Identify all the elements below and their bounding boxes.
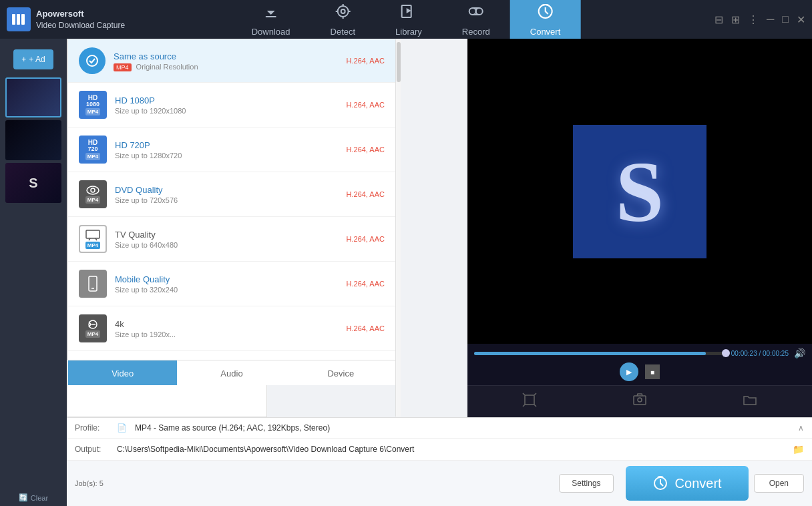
svg-point-13	[476, 8, 483, 15]
format-dropdown-container: ▶ MP4 › MKV MKV AVI AVI	[67, 39, 467, 417]
bottom-controls: Profile: 📄 MP4 - Same as source (H.264; …	[67, 417, 812, 506]
video-preview: S 00:00:23 / 00:00:25 🔊	[467, 39, 812, 417]
svg-line-28	[534, 405, 536, 407]
settings-button[interactable]: Settings	[559, 474, 613, 493]
window-controls: ⊟ ⊞ ⋮ ─ □ ✕	[715, 13, 805, 26]
action-buttons: Settings Convert	[559, 466, 748, 501]
grid-icon[interactable]: ⊞	[731, 13, 740, 26]
convert-button[interactable]: Convert	[626, 466, 749, 501]
record-icon	[467, 3, 485, 24]
stop-button[interactable]: ■	[645, 364, 660, 379]
add-button[interactable]: + + Ad	[13, 49, 53, 69]
titlebar: Apowersoft Video Download Capture Downlo…	[0, 0, 812, 39]
minimize-button[interactable]: ─	[767, 13, 774, 25]
svg-point-4	[337, 6, 348, 17]
svg-rect-24	[525, 395, 534, 405]
tab-record[interactable]: Record	[442, 0, 510, 39]
video-progress-knob	[722, 349, 730, 357]
thumbnail-item[interactable]	[5, 77, 61, 117]
output-folder-button[interactable]: 📁	[793, 444, 804, 455]
clear-button[interactable]: 🔄 Clear	[13, 489, 53, 506]
same-badge	[79, 47, 106, 74]
video-progress-row: 00:00:23 / 00:00:25 🔊	[474, 348, 805, 358]
tv-badge: MP4	[79, 225, 107, 253]
more-icon[interactable]: ⋮	[748, 13, 759, 26]
open-button[interactable]: Open	[754, 474, 804, 493]
content-wrapper: + + Ad S 🔄 Clear	[0, 39, 812, 506]
format-type-tabs: Video Audio Device	[68, 360, 395, 385]
folder-icon[interactable]	[743, 393, 757, 411]
output-row: Output: C:\Users\Softpedia-Miki\Document…	[67, 439, 812, 461]
dvd-badge: MP4	[79, 180, 107, 208]
720p-info: HD 720P Size up to 1280x720	[115, 140, 339, 160]
profile-expand[interactable]: ∧	[798, 423, 804, 433]
svg-point-17	[91, 188, 95, 192]
format-options-list: Same as source MP4 Original Resolution H…	[68, 39, 395, 360]
format-option-same[interactable]: Same as source MP4 Original Resolution H…	[68, 39, 395, 83]
tab-detect[interactable]: Detect	[311, 0, 376, 39]
right-panel: ▶ MP4 › MKV MKV AVI AVI	[67, 39, 812, 506]
thumbnail-item[interactable]: S	[5, 163, 61, 203]
format-option-720p[interactable]: HD 720 MP4 HD 720P Size up to 1280x720 H…	[68, 128, 395, 172]
crop-icon[interactable]	[522, 393, 537, 411]
options-scrollbar[interactable]	[395, 39, 401, 417]
video-progress-track[interactable]	[474, 352, 726, 355]
convert-icon	[537, 3, 554, 24]
tab-download[interactable]: Download	[232, 0, 311, 39]
svg-line-26	[534, 393, 536, 395]
format-option-dvd[interactable]: MP4 DVD Quality Size up to 720x576 H.264…	[68, 172, 395, 217]
tab-video[interactable]: Video	[68, 360, 177, 385]
svg-line-27	[523, 405, 525, 407]
volume-icon[interactable]: 🔊	[794, 348, 805, 358]
video-progress-filled	[474, 352, 706, 355]
same-info: Same as source MP4 Original Resolution	[114, 51, 339, 71]
svg-point-12	[469, 8, 476, 15]
detect-icon	[334, 3, 351, 24]
svg-rect-18	[86, 230, 99, 238]
hd720-badge: HD 720 MP4	[79, 136, 107, 164]
tab-device[interactable]: Device	[286, 360, 395, 385]
format-options-panel: Same as source MP4 Original Resolution H…	[68, 39, 395, 417]
bottom-actions: Job(s): 5 Settings Convert Open	[67, 461, 812, 506]
video-controls: 00:00:23 / 00:00:25 🔊 ▶ ■	[467, 344, 812, 385]
svg-rect-2	[21, 14, 25, 25]
profile-icon: 📄	[117, 423, 127, 433]
download-icon	[262, 3, 280, 24]
library-icon	[400, 3, 417, 24]
mobile-badge: MP4	[79, 270, 107, 298]
video-time: 00:00:23 / 00:00:25	[731, 350, 789, 357]
svg-point-15	[87, 55, 97, 66]
app-logo-icon	[7, 7, 31, 31]
thumbnail-item[interactable]	[5, 120, 61, 160]
svg-rect-1	[17, 14, 20, 25]
close-button[interactable]: ✕	[797, 13, 805, 26]
4k-badge: MP4	[79, 314, 107, 342]
hd1080-badge: HD 1080 MP4	[79, 91, 107, 119]
left-sidebar: + + Ad S 🔄 Clear	[0, 39, 67, 506]
video-buttons-row: ▶ ■	[474, 362, 805, 381]
svg-point-5	[341, 9, 345, 13]
format-dropdown: ▶ MP4 › MKV MKV AVI AVI	[67, 39, 267, 417]
menu-icon[interactable]: ⊟	[715, 13, 723, 26]
format-option-mobile[interactable]: MP4 Mobile Quality Size up to 320x240 H.…	[68, 262, 395, 306]
screenshot-icon[interactable]	[632, 393, 647, 411]
format-option-tv[interactable]: MP4 TV Quality Size up to 640x480 H.264,…	[68, 217, 395, 262]
maximize-button[interactable]: □	[782, 13, 789, 25]
tab-library[interactable]: Library	[375, 0, 442, 39]
app-logo: Apowersoft Video Download Capture	[7, 7, 125, 31]
play-button[interactable]: ▶	[620, 362, 638, 381]
preview-toolbar	[467, 385, 812, 417]
tab-convert[interactable]: Convert	[510, 0, 581, 39]
profile-row: Profile: 📄 MP4 - Same as source (H.264; …	[67, 418, 812, 439]
format-option-4k[interactable]: MP4 4k Size up to 1920x... H.264, AAC	[68, 306, 395, 351]
nav-tabs: Download Detect	[232, 0, 581, 39]
svg-rect-29	[634, 396, 646, 405]
svg-line-25	[523, 393, 525, 395]
svg-point-30	[638, 398, 642, 402]
format-option-1080p[interactable]: HD 1080 MP4 HD 1080P Size up to 1920x108…	[68, 83, 395, 128]
sidebar-thumbnails: S	[5, 75, 61, 489]
svg-point-16	[87, 186, 99, 194]
svg-rect-0	[12, 14, 15, 25]
video-area: S	[467, 39, 812, 344]
tab-audio[interactable]: Audio	[177, 360, 286, 385]
